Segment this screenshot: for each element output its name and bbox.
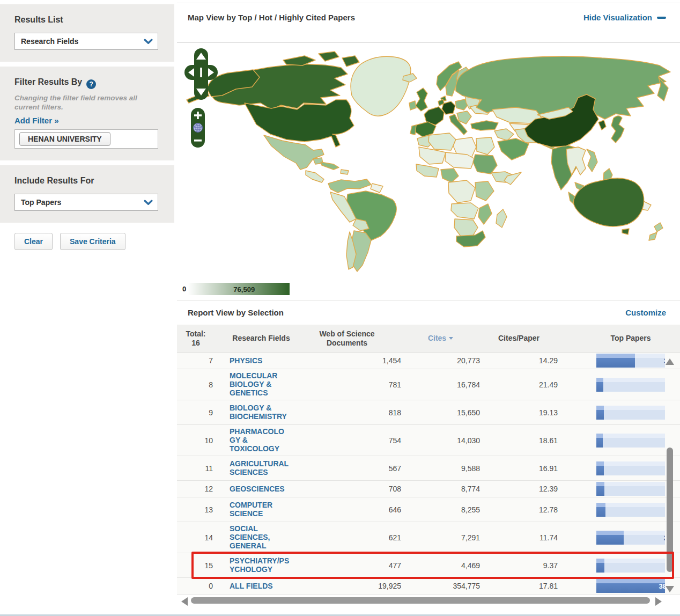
table-row: 12 GEOSCIENCES 708 8,774 12.39	[177, 481, 680, 497]
documents-value: 19,925	[293, 582, 401, 590]
cites-per-paper-value: 17.81	[480, 582, 558, 590]
active-filter-box: HENAN UNIVERSITY	[14, 129, 158, 149]
map-zoom-control	[190, 107, 205, 150]
research-field-link[interactable]: PSYCHIATRY/PSYCHOLOGY	[230, 556, 290, 574]
top-papers-bar	[596, 461, 665, 475]
table-row: 10 PHARMACOLOGY & TOXICOLOGY 754 14,030 …	[177, 425, 680, 456]
save-criteria-button[interactable]: Save Criteria	[60, 233, 125, 250]
cites-value: 4,469	[401, 561, 480, 570]
table-row: 13 COMPUTER SCIENCE 646 8,255 12.78	[177, 497, 680, 522]
map-view-title: Map View by Top / Hot / Highly Cited Pap…	[188, 13, 355, 22]
top-papers-bar: 2	[596, 531, 665, 545]
scroll-down-arrow[interactable]	[666, 586, 674, 592]
map-legend: 0 76,509	[177, 274, 680, 300]
cites-value: 20,773	[401, 356, 480, 365]
add-filter-link[interactable]: Add Filter »	[14, 116, 59, 125]
cites-per-paper-value: 16.91	[480, 464, 558, 473]
active-filter-chip[interactable]: HENAN UNIVERSITY	[19, 132, 110, 146]
sidebar: Results List Research Fields Filter Resu…	[0, 0, 174, 616]
legend-gradient: 76,509	[188, 283, 290, 295]
top-papers-bar	[596, 503, 665, 517]
research-field-link[interactable]: GEOSCIENCES	[230, 485, 285, 493]
hide-visualization-label: Hide Visualization	[583, 13, 652, 22]
cites-value: 8,255	[401, 505, 480, 514]
row-rank: 14	[177, 533, 215, 542]
top-papers-bar	[596, 434, 665, 448]
row-rank: 10	[177, 436, 215, 445]
research-field-link[interactable]: BIOLOGY & BIOCHEMISTRY	[230, 404, 290, 421]
research-field-link[interactable]: PHYSICS	[230, 356, 262, 365]
include-results-dropdown-value: Top Papers	[15, 198, 61, 207]
top-papers-bar: 38	[596, 579, 665, 593]
scroll-right-arrow[interactable]	[655, 597, 662, 606]
horizontal-scrollbar[interactable]	[177, 595, 680, 607]
row-rank: 7	[177, 356, 215, 365]
table-row: 11 AGRICULTURAL SCIENCES 567 9,588 16.91	[177, 456, 680, 481]
row-rank: 15	[177, 561, 215, 570]
total-value: 16	[177, 339, 215, 348]
results-list-heading: Results List	[14, 15, 161, 25]
results-list-dropdown-value: Research Fields	[15, 37, 78, 46]
research-field-link[interactable]: ALL FIELDS	[230, 582, 273, 590]
total-label: Total:	[177, 329, 215, 339]
cites-header-label: Cites	[428, 334, 446, 342]
cites-per-paper-value: 12.78	[480, 505, 558, 514]
globe-reset-icon[interactable]	[194, 123, 203, 133]
documents-value: 477	[293, 561, 401, 570]
cites-value: 14,030	[401, 436, 480, 445]
cites-per-paper-value: 14.29	[480, 356, 558, 365]
cites-header[interactable]: Cites	[401, 331, 480, 346]
sidebar-buttons: Clear Save Criteria	[14, 233, 174, 250]
documents-header[interactable]: Web of Science Documents	[293, 329, 401, 348]
row-rank: 8	[177, 380, 215, 389]
cites-per-paper-value: 18.61	[480, 436, 558, 445]
legend-min-label: 0	[182, 285, 186, 293]
top-papers-bar	[596, 406, 665, 420]
scroll-left-arrow[interactable]	[181, 597, 188, 606]
row-rank: 11	[177, 464, 215, 473]
clear-button[interactable]: Clear	[14, 233, 53, 250]
esi-results-page: Results List Research Fields Filter Resu…	[0, 0, 680, 616]
cites-value: 9,588	[401, 464, 480, 473]
bar-value-label: 38	[659, 582, 665, 590]
help-icon[interactable]: ?	[86, 79, 96, 89]
documents-value: 567	[293, 464, 401, 473]
documents-value: 781	[293, 380, 401, 389]
minimize-icon	[657, 17, 666, 19]
report-view-header: Report View by Selection Customize	[177, 300, 680, 325]
top-papers-header[interactable]: Top Papers	[596, 331, 665, 346]
cites-per-paper-header[interactable]: Cites/Paper	[480, 331, 558, 346]
horizontal-scrollbar-thumb[interactable]	[191, 597, 650, 604]
scroll-up-arrow[interactable]	[666, 358, 674, 365]
legend-max-label: 76,509	[233, 285, 255, 293]
filter-heading-text: Filter Results By	[14, 77, 82, 86]
documents-value: 754	[293, 436, 401, 445]
documents-value: 1,454	[293, 356, 401, 365]
table-row: 9 BIOLOGY & BIOCHEMISTRY 818 15,650 19.1…	[177, 400, 680, 425]
vertical-scrollbar-thumb[interactable]	[667, 448, 673, 572]
research-field-link[interactable]: PHARMACOLOGY & TOXICOLOGY	[230, 427, 290, 453]
zoom-out-button[interactable]	[194, 140, 202, 142]
documents-value: 818	[293, 408, 401, 417]
world-map[interactable]	[177, 43, 680, 274]
cites-value: 8,774	[401, 485, 480, 493]
research-fields-header: Research Fields	[230, 331, 293, 346]
research-field-link[interactable]: AGRICULTURAL SCIENCES	[230, 459, 290, 476]
vertical-scrollbar[interactable]	[665, 354, 675, 593]
row-rank: 13	[177, 505, 215, 514]
row-rank: 12	[177, 485, 215, 493]
row-rank: 9	[177, 408, 215, 417]
filter-section: Filter Results By? Changing the filter f…	[0, 67, 174, 160]
hide-visualization-link[interactable]: Hide Visualization	[583, 13, 666, 22]
research-field-link[interactable]: COMPUTER SCIENCE	[230, 501, 290, 518]
include-results-dropdown[interactable]: Top Papers	[14, 194, 158, 211]
customize-link[interactable]: Customize	[625, 308, 666, 317]
include-results-heading: Include Results For	[14, 176, 161, 186]
research-field-link[interactable]: MOLECULAR BIOLOGY & GENETICS	[230, 371, 290, 397]
research-field-link[interactable]: SOCIAL SCIENCES, GENERAL	[230, 524, 290, 550]
table-row-highlighted: 15 PSYCHIATRY/PSYCHOLOGY 477 4,469 9.37	[177, 553, 680, 578]
cites-value: 354,775	[401, 582, 480, 590]
report-view-title: Report View by Selection	[188, 308, 284, 317]
results-list-dropdown[interactable]: Research Fields	[14, 33, 158, 50]
total-header: Total: 16	[177, 326, 215, 351]
